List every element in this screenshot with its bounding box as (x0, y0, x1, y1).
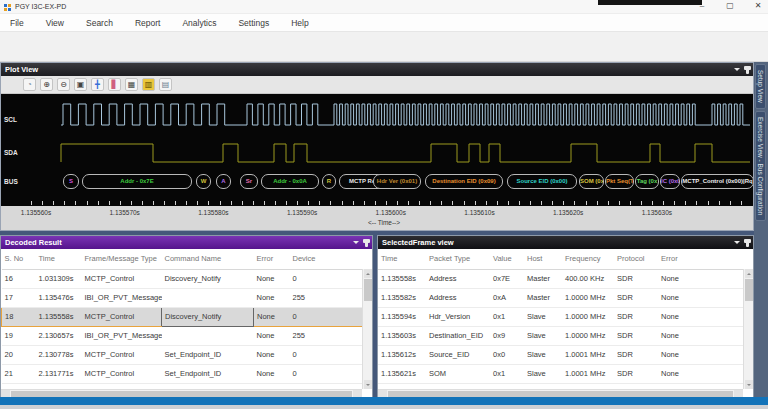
measure-icon[interactable]: ▥ (142, 78, 155, 91)
time-tick (441, 201, 442, 205)
maximize-button[interactable]: ▢ (724, 1, 736, 10)
bus-segment[interactable]: Hdr Ver (0x01) (373, 174, 421, 189)
horizontal-scrollbar[interactable] (378, 389, 743, 397)
panel-menu-caret-icon[interactable] (734, 241, 740, 247)
column-header[interactable]: Error (658, 249, 706, 269)
column-header[interactable]: Time (378, 249, 426, 269)
table-cell: SDR (614, 326, 658, 345)
signal-label-scl: SCL (4, 116, 17, 123)
horizontal-scrollbar[interactable] (1, 389, 362, 397)
time-tick (353, 201, 354, 205)
side-tab-setup-view[interactable]: Setup View (755, 64, 766, 109)
menu-item-search[interactable]: Search (86, 18, 113, 28)
table-row[interactable]: 202.130778sMCTP_ControlSet_Endpoint_IDNo… (2, 345, 373, 364)
time-tick (508, 201, 509, 205)
waveform-area[interactable]: SCL SDA BUS SAddr - 0x7EWASrAddr - 0x0AR… (1, 94, 753, 206)
bus-segment[interactable]: S (63, 174, 79, 189)
pin-icon[interactable] (365, 239, 368, 247)
menu-item-analytics[interactable]: Analytics (182, 18, 216, 28)
vertical-scrollbar[interactable] (362, 269, 372, 389)
grid-icon[interactable]: ▦ (125, 78, 138, 91)
table-cell: SDR (614, 364, 658, 383)
column-header[interactable]: Frequency (562, 249, 614, 269)
table-row[interactable]: 1.135594sHdr_Version0x1Slave1.0000 MHzSD… (378, 307, 753, 326)
menu-item-view[interactable]: View (46, 18, 64, 28)
bus-segment[interactable]: R (322, 174, 336, 189)
pan-icon[interactable]: ╋ (91, 78, 104, 91)
panel-menu-caret-icon[interactable] (353, 241, 359, 247)
time-tick (719, 201, 720, 205)
pin-icon[interactable] (746, 66, 749, 74)
column-header[interactable]: Time (36, 249, 82, 269)
column-header[interactable]: Host (524, 249, 562, 269)
time-tick (419, 201, 420, 205)
bus-segment[interactable]: Tag (0x (635, 174, 659, 189)
bus-segment[interactable]: SOM (0x (579, 174, 604, 189)
menu-item-file[interactable]: File (10, 18, 24, 28)
table-row[interactable]: 171.135476sIBI_OR_PVT_MessageNone255 (2, 288, 373, 307)
bus-segment[interactable]: Source EID (0x00) (507, 174, 577, 189)
close-button[interactable]: ✕ (752, 1, 764, 10)
zoom-out-icon[interactable]: ⊖ (57, 78, 70, 91)
time-tick (364, 201, 365, 205)
table-cell: 0x7E (490, 269, 524, 288)
table-cell (162, 326, 254, 345)
table-row[interactable]: 192.130657sIBI_OR_PVT_MessageNone255 (2, 326, 373, 345)
clock-icon[interactable]: ◔ (23, 78, 36, 91)
side-tab-exercise-view[interactable]: Exercise View - Bus Configuration (755, 111, 766, 221)
table-cell: SDR (614, 288, 658, 307)
time-tick-label: 1.135620s (553, 209, 583, 216)
table-row[interactable]: 161.031309sMCTP_ControlDiscovery_NotifyN… (2, 269, 373, 288)
menu-item-report[interactable]: Report (135, 18, 161, 28)
table-cell: Master (524, 288, 562, 307)
table-row[interactable]: 1.135582sAddress0xAMaster1.0000 MHzSDRNo… (378, 288, 753, 307)
vertical-scrollbar[interactable] (743, 269, 753, 389)
menu-item-settings[interactable]: Settings (238, 18, 269, 28)
table-cell: Slave (524, 326, 562, 345)
column-header[interactable]: Frame/Message Type (82, 249, 162, 269)
table-row[interactable]: 1.135603sDestination_EID0x9Slave1.0000 M… (378, 326, 753, 345)
column-header[interactable]: Command Name (162, 249, 254, 269)
column-header[interactable]: Value (490, 249, 524, 269)
table-cell: 1.135612s (378, 345, 426, 364)
table-row[interactable]: 1.135558sAddress0x7EMaster400.00 KHzSDRN… (378, 269, 753, 288)
table-row[interactable]: 212.131771sMCTP_ControlSet_Endpoint_IDNo… (2, 364, 373, 383)
panel-menu-caret-icon[interactable] (734, 68, 740, 74)
table-row[interactable]: 1.135612sSource_EID0x0Slave1.0001 MHzSDR… (378, 345, 753, 364)
bus-segment[interactable]: MCTP_Control (0x00)|Rq (681, 174, 753, 189)
time-tick (641, 201, 642, 205)
column-header[interactable]: Packet Type (426, 249, 490, 269)
time-tick (586, 201, 587, 205)
snapshot-icon[interactable]: ▣ (74, 78, 87, 91)
table-row[interactable]: 181.135558sMCTP_ControlDiscovery_NotifyN… (2, 307, 373, 326)
bus-segment[interactable]: Addr - 0x7E (82, 174, 192, 189)
plot-view-title: Plot View (5, 65, 38, 74)
time-tick-row (1, 196, 753, 206)
marker-icon[interactable]: ▋ (108, 78, 121, 91)
time-tick (696, 201, 697, 205)
time-tick (109, 201, 110, 205)
time-tick (741, 201, 742, 205)
pin-icon[interactable] (746, 239, 749, 247)
column-header[interactable]: Protocol (614, 249, 658, 269)
table-cell: 1.0000 MHz (562, 307, 614, 326)
bus-segment[interactable]: IC (0x0 (660, 174, 680, 189)
column-header[interactable]: Device (290, 249, 330, 269)
bus-segment[interactable]: Addr - 0x0A (261, 174, 319, 189)
bus-segment[interactable]: Sr (240, 174, 258, 189)
minimize-button[interactable]: – (696, 1, 708, 10)
bus-segment[interactable]: A (216, 174, 231, 189)
bus-segment[interactable]: W (196, 174, 211, 189)
menu-item-help[interactable]: Help (291, 18, 308, 28)
zoom-in-icon[interactable]: ⊕ (40, 78, 53, 91)
table-cell: MCTP_Control (82, 364, 162, 383)
selected-frame-panel: SelectedFrame view TimePacket TypeValueH… (377, 235, 754, 397)
column-header[interactable]: Error (254, 249, 290, 269)
bus-segment[interactable]: Destination EID (0x09) (425, 174, 503, 189)
table-cell: 0 (290, 364, 330, 383)
column-header[interactable]: S. No (2, 249, 36, 269)
bus-segment[interactable]: Pkt Seq(TD) (605, 174, 634, 189)
time-tick (452, 201, 453, 205)
camera-icon[interactable]: ▤ (159, 78, 172, 91)
table-row[interactable]: 1.135621sSOM0x1Slave1.0001 MHzSDRNone (378, 364, 753, 383)
